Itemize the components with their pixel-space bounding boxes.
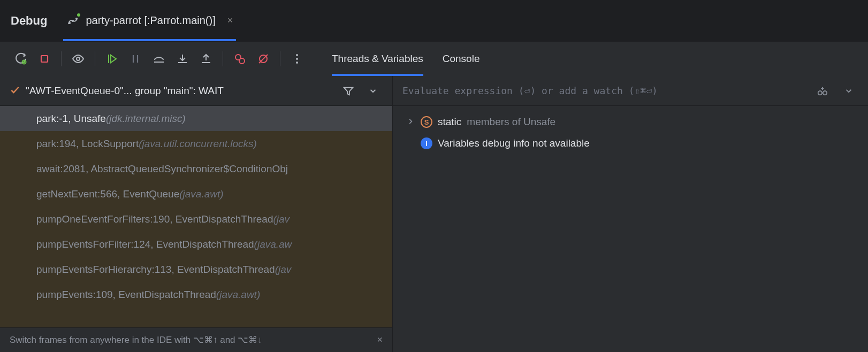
resume-button[interactable] bbox=[102, 49, 122, 69]
thread-dropdown-button[interactable] bbox=[363, 81, 383, 101]
variable-info-text: Variables debug info not available bbox=[438, 137, 590, 149]
rerun-button[interactable] bbox=[11, 49, 31, 69]
stack-frame[interactable]: pumpEvents:109, EventDispatchThread (jav… bbox=[0, 282, 392, 307]
close-hint-button[interactable]: × bbox=[377, 334, 383, 346]
hint-text: Switch frames from anywhere in the IDE w… bbox=[10, 334, 262, 346]
svg-point-1 bbox=[72, 20, 73, 21]
filter-button[interactable] bbox=[339, 81, 358, 101]
svg-point-7 bbox=[77, 57, 80, 60]
svg-point-21 bbox=[296, 54, 298, 56]
debug-tab-title: Debug bbox=[11, 0, 47, 41]
frame-package-text: (java.awt) bbox=[179, 188, 223, 200]
thread-label: "AWT-EventQueue-0"... group "main": WAIT bbox=[26, 85, 333, 97]
frame-package-text: (java.aw bbox=[254, 239, 292, 250]
svg-rect-6 bbox=[41, 56, 48, 62]
frame-main-text: park:194, LockSupport bbox=[36, 138, 139, 150]
thread-selector[interactable]: "AWT-EventQueue-0"... group "main": WAIT bbox=[0, 76, 392, 106]
debug-tool-window-tabs: Debug party-parrot [:Parrot.main()] × bbox=[0, 0, 868, 42]
step-into-button[interactable] bbox=[172, 49, 193, 69]
svg-point-0 bbox=[69, 22, 70, 23]
evaluate-placeholder: Evaluate expression (⏎) or add a watch (… bbox=[402, 85, 805, 96]
static-badge-icon: S bbox=[421, 116, 432, 128]
svg-marker-9 bbox=[111, 55, 116, 63]
svg-point-25 bbox=[823, 91, 827, 95]
step-over-button[interactable] bbox=[149, 49, 169, 69]
frame-package-text: (java.awt) bbox=[216, 289, 260, 301]
frame-main-text: park:-1, Unsafe bbox=[36, 113, 106, 125]
show-execution-point-button[interactable] bbox=[68, 49, 88, 69]
stack-frame[interactable]: pumpOneEventForFilters:190, EventDispatc… bbox=[0, 206, 392, 232]
running-indicator-icon bbox=[76, 12, 81, 18]
variable-info-row: i Variables debug info not available bbox=[393, 133, 868, 154]
stack-frames-list[interactable]: park:-1, Unsafe (jdk.internal.misc)park:… bbox=[0, 106, 392, 327]
svg-point-18 bbox=[239, 58, 245, 64]
stack-frame[interactable]: park:194, LockSupport (java.util.concurr… bbox=[0, 131, 392, 156]
debug-toolbar: Threads & Variables Console bbox=[0, 42, 868, 76]
hint-bar: Switch frames from anywhere in the IDE w… bbox=[0, 327, 392, 352]
frame-package-text: (jav bbox=[275, 264, 292, 276]
debug-inner-tabs: Threads & Variables Console bbox=[332, 42, 479, 76]
frame-main-text: pumpEventsForHierarchy:113, EventDispatc… bbox=[36, 264, 275, 276]
mute-breakpoints-button[interactable] bbox=[253, 49, 273, 69]
chevron-right-icon bbox=[407, 116, 415, 128]
frame-package-text: (java.util.concurrent.locks) bbox=[139, 138, 257, 150]
frame-package-text: (jdk.internal.misc) bbox=[106, 113, 186, 125]
variables-tree[interactable]: S static members of Unsafe i Variables d… bbox=[393, 106, 868, 352]
pause-button[interactable] bbox=[125, 49, 146, 69]
run-configuration-tab[interactable]: party-parrot [:Parrot.main()] × bbox=[63, 0, 236, 41]
svg-point-2 bbox=[76, 18, 77, 19]
stop-button[interactable] bbox=[34, 49, 55, 69]
add-watch-button[interactable] bbox=[812, 81, 832, 101]
stack-frame[interactable]: getNextEvent:566, EventQueue (java.awt) bbox=[0, 181, 392, 206]
close-tab-button[interactable]: × bbox=[222, 15, 233, 26]
stack-frame[interactable]: pumpEventsForHierarchy:113, EventDispatc… bbox=[0, 257, 392, 282]
variable-secondary-text: members of Unsafe bbox=[467, 116, 555, 128]
more-actions-button[interactable] bbox=[287, 49, 307, 69]
expand-eval-button[interactable] bbox=[839, 81, 858, 101]
svg-point-23 bbox=[296, 62, 298, 64]
run-config-icon bbox=[66, 14, 79, 27]
frame-main-text: await:2081, AbstractQueuedSynchronizer$C… bbox=[36, 163, 288, 175]
evaluate-expression-row[interactable]: Evaluate expression (⏎) or add a watch (… bbox=[393, 76, 868, 106]
frame-main-text: pumpEvents:109, EventDispatchThread bbox=[36, 289, 216, 301]
check-icon bbox=[10, 85, 20, 97]
svg-point-24 bbox=[818, 91, 822, 95]
frame-main-text: getNextEvent:566, EventQueue bbox=[36, 188, 179, 200]
debug-label: Debug bbox=[11, 14, 47, 28]
variable-primary-text: static bbox=[438, 116, 461, 128]
stack-frame[interactable]: await:2081, AbstractQueuedSynchronizer$C… bbox=[0, 156, 392, 181]
variable-static-members[interactable]: S static members of Unsafe bbox=[393, 111, 868, 133]
step-out-button[interactable] bbox=[196, 49, 216, 69]
frame-package-text: (jav bbox=[273, 213, 290, 225]
info-badge-icon: i bbox=[421, 137, 432, 149]
tab-console[interactable]: Console bbox=[443, 42, 480, 76]
view-breakpoints-button[interactable] bbox=[230, 49, 250, 69]
frame-main-text: pumpEventsForFilter:124, EventDispatchTh… bbox=[36, 239, 254, 250]
tab-threads-variables[interactable]: Threads & Variables bbox=[332, 42, 423, 76]
stack-frame[interactable]: pumpEventsForFilter:124, EventDispatchTh… bbox=[0, 232, 392, 257]
variables-panel: Evaluate expression (⏎) or add a watch (… bbox=[393, 76, 868, 352]
debug-main-split: "AWT-EventQueue-0"... group "main": WAIT… bbox=[0, 76, 868, 352]
frames-panel: "AWT-EventQueue-0"... group "main": WAIT… bbox=[0, 76, 393, 352]
svg-point-22 bbox=[296, 58, 298, 60]
run-config-label: party-parrot [:Parrot.main()] bbox=[86, 14, 215, 27]
stack-frame[interactable]: park:-1, Unsafe (jdk.internal.misc) bbox=[0, 106, 392, 131]
frame-main-text: pumpOneEventForFilters:190, EventDispatc… bbox=[36, 213, 273, 225]
